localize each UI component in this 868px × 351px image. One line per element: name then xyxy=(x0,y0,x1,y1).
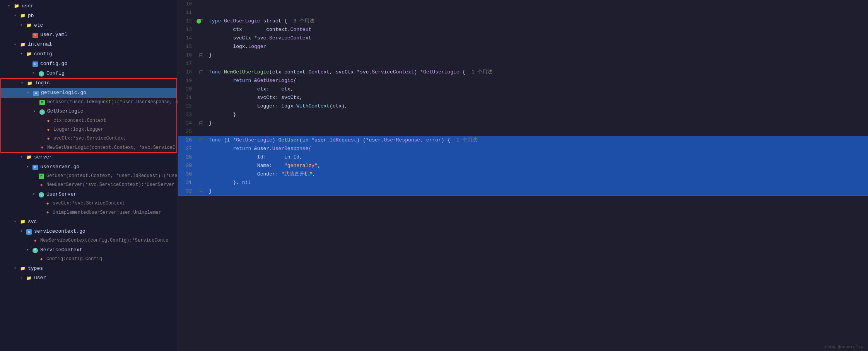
line-num-17: 17 xyxy=(178,60,196,68)
label-svcctx-field: svcCtx:*svc.ServiceContext xyxy=(53,135,126,142)
teal-icon-config xyxy=(38,71,45,76)
folder-icon-internal xyxy=(19,42,26,48)
gutter-31 xyxy=(196,179,206,187)
sidebar-item-config-struct[interactable]: Config xyxy=(0,69,178,78)
sidebar-item-getuser-server[interactable]: GetUser(context.Context, *user.IdRequest… xyxy=(0,172,178,181)
fold-16[interactable]: + xyxy=(199,53,203,57)
go-icon-userserver xyxy=(32,164,39,170)
gutter-30 xyxy=(196,170,206,179)
sidebar-item-internal[interactable]: internal xyxy=(0,40,178,49)
sidebar-item-etc[interactable]: etc xyxy=(0,21,178,31)
gutter-12: - xyxy=(196,17,206,26)
code-line-18: 18 - func NewGetUserLogic(ctx context.Co… xyxy=(178,68,868,77)
arrow-etc xyxy=(20,22,26,29)
gutter-16: + xyxy=(196,51,206,60)
sidebar-item-svcctx2[interactable]: svcCtx:*svc.ServiceContext xyxy=(0,199,178,208)
orange-icon-ctx xyxy=(45,118,52,124)
gutter-15 xyxy=(196,43,206,51)
gutter-13 xyxy=(196,26,206,34)
label-svc: svc xyxy=(28,218,37,226)
line-num-18: 18 xyxy=(178,68,196,77)
label-svcctx2: svcCtx:*svc.ServiceContext xyxy=(53,200,125,207)
arrow-user-types xyxy=(20,275,26,281)
arrow-getuserlogic-struct xyxy=(33,109,39,115)
line-num-22: 22 xyxy=(178,102,196,111)
line-num-11: 11 xyxy=(178,9,196,17)
code-line-29: 29 Name: "generalzy", xyxy=(178,162,868,170)
code-editor[interactable]: 10 11 12 - type GetUserLogic struct { 3 … xyxy=(178,0,868,351)
code-line-19: 19 return &GetUserLogic{ xyxy=(178,77,868,85)
sidebar-item-unimplemented[interactable]: UnimplementedUserServer:user.Unimplemer xyxy=(0,208,178,217)
file-tree[interactable]: user pb etc user.yaml internal config co… xyxy=(0,0,178,351)
sidebar-item-servicecontext-struct[interactable]: ServiceContext xyxy=(0,245,178,255)
sidebar-item-getuser-method[interactable]: GetUser(*user.IdRequest):(*user.UserResp… xyxy=(1,98,177,107)
code-line-20: 20 ctx: ctx, xyxy=(178,85,868,94)
sidebar-item-userserver-struct[interactable]: UserServer xyxy=(0,190,178,199)
label-getuserlogic-struct: GetUserLogic xyxy=(47,107,84,116)
yaml-icon xyxy=(32,32,39,38)
code-text-29: Name: "generalzy", xyxy=(206,162,868,170)
label-newgetuserlogic: NewGetUserLogic(context.Context, *svc.Se… xyxy=(47,144,175,152)
sidebar-item-svcctx-field[interactable]: svcCtx:*svc.ServiceContext xyxy=(1,134,177,143)
code-text-22: Logger: logx.WithContext(ctx), xyxy=(206,102,868,111)
sidebar-item-logic[interactable]: logic xyxy=(1,78,177,88)
arrow-servicecontext-struct xyxy=(26,247,32,253)
gutter-19 xyxy=(196,77,206,85)
arrow-svc xyxy=(14,219,19,225)
label-unimplemented: UnimplementedUserServer:user.Unimplemer xyxy=(53,209,161,216)
footer-bar: CSDN @Generalzy xyxy=(820,343,868,351)
sidebar-item-logger-field[interactable]: Logger:logx.Logger xyxy=(1,125,177,134)
code-text-25 xyxy=(206,128,868,136)
gutter-29 xyxy=(196,162,206,170)
sidebar-item-user[interactable]: user xyxy=(0,2,178,11)
code-line-10: 10 xyxy=(178,0,868,9)
arrow-userserver xyxy=(26,164,32,170)
label-user-yaml: user.yaml xyxy=(40,31,67,39)
fold-24[interactable]: + xyxy=(199,121,203,125)
sidebar-item-newuserserver[interactable]: NewUserServer(*svc.ServiceContext):*User… xyxy=(0,181,178,189)
sidebar-item-config-folder[interactable]: config xyxy=(0,49,178,59)
folder-icon-user-types xyxy=(26,276,32,281)
sidebar-item-ctx-field[interactable]: ctx:context.Context xyxy=(1,116,177,125)
gutter-26: - xyxy=(196,136,206,145)
code-line-14: 14 svcCtx *svc.ServiceContext xyxy=(178,34,868,43)
code-text-19: return &GetUserLogic{ xyxy=(206,77,868,85)
fold-32[interactable]: + xyxy=(199,189,203,193)
pink-icon-newgetuserlogic xyxy=(39,145,46,150)
code-line-24: 24 + } xyxy=(178,119,868,128)
code-line-15: 15 logx.Logger xyxy=(178,43,868,51)
sidebar-item-user-yaml[interactable]: user.yaml xyxy=(0,30,178,40)
sidebar-item-getuserlogic-struct[interactable]: GetUserLogic xyxy=(1,107,177,116)
sidebar-item-userserver-go[interactable]: userserver.go xyxy=(0,162,178,172)
sidebar-item-servicecontext[interactable]: servicecontext.go xyxy=(0,227,178,237)
arrow-server xyxy=(20,154,26,160)
sidebar-item-getuserlogic[interactable]: getuserlogic.go xyxy=(1,88,177,98)
fold-26[interactable]: - xyxy=(199,138,203,142)
sidebar-item-pb[interactable]: pb xyxy=(0,11,178,21)
sidebar-item-newservicecontext[interactable]: NewServiceContext(config.Config):*Servic… xyxy=(0,236,178,245)
sidebar-item-newgetuserlogic[interactable]: NewGetUserLogic(context.Context, *svc.Se… xyxy=(1,143,177,152)
sidebar-item-svc[interactable]: svc xyxy=(0,217,178,227)
sidebar-item-config-field[interactable]: Config:config.Config xyxy=(0,255,178,264)
label-userserver-go: userserver.go xyxy=(40,163,79,171)
fold-18[interactable]: - xyxy=(199,70,203,74)
sidebar-item-server[interactable]: server xyxy=(0,153,178,162)
gutter-18: - xyxy=(196,68,206,77)
orange-icon-svcctx2 xyxy=(44,201,51,206)
arrow-userserver-struct xyxy=(32,191,38,198)
label-newuserserver: NewUserServer(*svc.ServiceContext):*User… xyxy=(46,181,174,189)
label-etc: etc xyxy=(34,22,43,30)
code-line-25: 25 xyxy=(178,128,868,136)
line-num-28: 28 xyxy=(178,153,196,162)
folder-icon-server xyxy=(26,155,32,160)
code-line-28: 28 Id: in.Id, xyxy=(178,153,868,162)
code-text-14: svcCtx *svc.ServiceContext xyxy=(206,34,868,43)
code-text-10 xyxy=(206,0,868,9)
arrow-config xyxy=(20,51,26,57)
folder-icon-user xyxy=(13,3,20,9)
sidebar-item-types[interactable]: types xyxy=(0,264,178,274)
label-userserver-struct: UserServer xyxy=(46,191,77,199)
sidebar-item-user-types[interactable]: user xyxy=(0,273,178,283)
sidebar-item-config-go[interactable]: config.go xyxy=(0,59,178,69)
gutter-11 xyxy=(196,9,206,17)
